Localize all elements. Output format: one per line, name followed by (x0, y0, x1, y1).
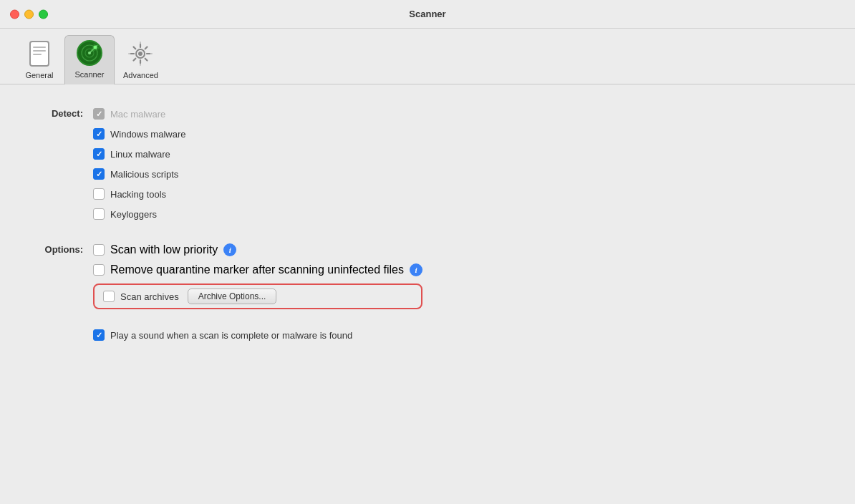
maximize-button[interactable] (39, 9, 48, 19)
malicious-scripts-checkbox[interactable]: ✓ (93, 168, 105, 180)
options-section: Options: Scan with low priority i Remove… (29, 242, 826, 309)
general-icon (25, 39, 54, 68)
advanced-icon (126, 39, 155, 68)
svg-point-9 (94, 46, 97, 49)
hacking-tools-checkbox[interactable] (93, 188, 105, 200)
content-area: Detect: ✓ Mac malware ✓ Windows malware (0, 84, 855, 362)
check-mark: ✓ (96, 331, 102, 339)
traffic-lights (10, 9, 48, 19)
detect-label: Detect: (29, 106, 93, 121)
mac-malware-item[interactable]: ✓ Mac malware (93, 108, 165, 120)
keyloggers-item[interactable]: Keyloggers (93, 208, 157, 220)
detect-options: ✓ Mac malware ✓ Windows malware (93, 106, 185, 222)
options-content: Scan with low priority i Remove quaranti… (93, 242, 422, 309)
tab-general-label: General (25, 71, 53, 79)
mac-malware-checkbox[interactable]: ✓ (93, 108, 105, 120)
windows-malware-label: Windows malware (110, 129, 185, 140)
check-mark: ✓ (96, 110, 102, 118)
tab-advanced-label: Advanced (123, 71, 158, 79)
linux-malware-item[interactable]: ✓ Linux malware (93, 148, 170, 160)
linux-malware-checkbox[interactable]: ✓ (93, 148, 105, 160)
svg-rect-3 (33, 54, 42, 55)
list-item: Scan with low priority i (93, 242, 422, 258)
low-priority-checkbox[interactable] (93, 244, 105, 256)
remove-quarantine-label: Remove quarantine marker after scanning … (110, 263, 404, 276)
scan-archives-checkbox[interactable] (103, 291, 115, 302)
mac-malware-label: Mac malware (110, 109, 165, 120)
options-label: Options: (29, 242, 93, 257)
tab-scanner-label: Scanner (75, 70, 105, 79)
tab-general[interactable]: General (14, 37, 64, 84)
play-sound-row: ✓ Play a sound when a scan is complete o… (93, 329, 352, 341)
remove-quarantine-checkbox[interactable] (93, 264, 105, 276)
play-sound-checkbox[interactable]: ✓ (93, 329, 105, 341)
list-item: ✓ Windows malware (93, 126, 185, 142)
archive-options-button[interactable]: Archive Options... (188, 289, 277, 304)
tab-advanced[interactable]: Advanced (115, 37, 167, 84)
malicious-scripts-item[interactable]: ✓ Malicious scripts (93, 168, 178, 180)
windows-malware-checkbox[interactable]: ✓ (93, 128, 105, 140)
svg-rect-2 (33, 50, 46, 52)
list-item: ✓ Malicious scripts (93, 166, 185, 182)
list-item: ✓ Linux malware (93, 146, 185, 162)
check-mark: ✓ (96, 150, 102, 158)
svg-point-10 (138, 52, 142, 56)
window-title: Scanner (409, 9, 445, 19)
svg-point-8 (88, 52, 91, 54)
malicious-scripts-label: Malicious scripts (110, 169, 178, 180)
scanner-icon (75, 39, 104, 67)
toolbar: General Scanner Advanced (0, 29, 855, 84)
check-mark: ✓ (96, 170, 102, 178)
minimize-button[interactable] (24, 9, 34, 19)
scan-archives-label: Scan archives (120, 291, 179, 302)
hacking-tools-item[interactable]: Hacking tools (93, 188, 166, 200)
low-priority-label: Scan with low priority (110, 243, 218, 256)
hacking-tools-label: Hacking tools (110, 189, 166, 200)
play-sound-section: ✓ Play a sound when a scan is complete o… (29, 329, 826, 341)
list-item: ✓ Mac malware (93, 106, 185, 122)
list-item: Keyloggers (93, 206, 185, 222)
keyloggers-label: Keyloggers (110, 209, 157, 220)
linux-malware-label: Linux malware (110, 149, 170, 160)
list-item: Remove quarantine marker after scanning … (93, 262, 422, 278)
title-bar: Scanner (0, 0, 855, 29)
svg-rect-1 (33, 47, 46, 48)
play-sound-spacer (29, 329, 93, 330)
close-button[interactable] (10, 9, 19, 19)
windows-malware-item[interactable]: ✓ Windows malware (93, 128, 185, 140)
list-item: Hacking tools (93, 186, 185, 202)
scan-archives-row: Scan archives Archive Options... (93, 284, 422, 309)
check-mark: ✓ (96, 130, 102, 138)
play-sound-label: Play a sound when a scan is complete or … (110, 330, 352, 341)
tab-scanner[interactable]: Scanner (64, 35, 115, 84)
low-priority-info-icon[interactable]: i (223, 243, 236, 256)
remove-quarantine-info-icon[interactable]: i (410, 263, 422, 276)
detect-section: Detect: ✓ Mac malware ✓ Windows malware (29, 106, 826, 222)
keyloggers-checkbox[interactable] (93, 208, 105, 220)
